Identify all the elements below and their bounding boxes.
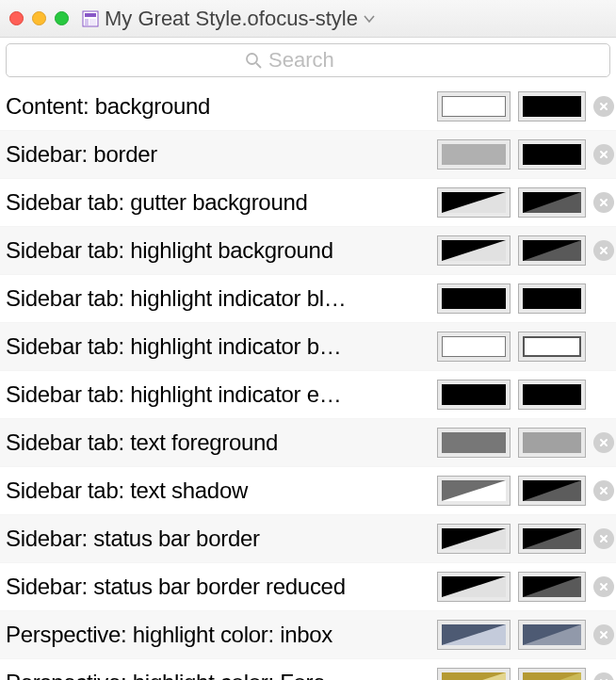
color-swatch[interactable] — [518, 332, 586, 362]
maximize-button[interactable] — [55, 11, 69, 25]
clear-placeholder — [593, 384, 614, 405]
clear-button[interactable] — [593, 672, 614, 680]
style-label: Sidebar tab: gutter background — [6, 189, 437, 216]
style-cells — [437, 380, 614, 410]
color-swatch[interactable] — [437, 91, 511, 121]
style-label: Perspective: highlight color: inbox — [6, 622, 437, 648]
color-swatch[interactable] — [437, 524, 511, 554]
style-label: Sidebar: border — [6, 141, 437, 168]
color-swatch[interactable] — [437, 668, 511, 680]
style-cells — [437, 283, 614, 314]
style-label: Sidebar tab: text shadow — [6, 478, 437, 504]
titlebar: My Great Style.ofocus-style — [0, 0, 616, 38]
style-label: Sidebar tab: highlight background — [6, 237, 437, 264]
svg-line-5 — [256, 63, 261, 68]
clear-button[interactable] — [593, 240, 614, 261]
color-swatch[interactable] — [518, 620, 586, 650]
style-row[interactable]: Sidebar: status bar border — [0, 515, 616, 563]
style-cells — [437, 524, 614, 554]
style-label: Sidebar tab: highlight indicator b… — [6, 333, 437, 360]
clear-button[interactable] — [593, 96, 614, 117]
color-swatch[interactable] — [437, 139, 511, 170]
style-cells — [437, 476, 614, 506]
style-row[interactable]: Sidebar tab: highlight indicator bl… — [0, 275, 616, 323]
style-cells — [437, 668, 614, 680]
svg-rect-2 — [85, 19, 89, 25]
clear-button[interactable] — [593, 192, 614, 213]
style-label: Perspective: highlight color: Fore… — [6, 670, 437, 680]
color-swatch[interactable] — [518, 283, 586, 314]
color-swatch[interactable] — [518, 235, 586, 266]
color-swatch[interactable] — [518, 476, 586, 506]
color-swatch[interactable] — [518, 139, 586, 170]
clear-button[interactable] — [593, 144, 614, 165]
style-row[interactable]: Sidebar: border — [0, 131, 616, 179]
color-swatch[interactable] — [518, 572, 586, 602]
style-row[interactable]: Sidebar tab: highlight indicator e… — [0, 371, 616, 419]
style-cells — [437, 332, 614, 362]
document-icon — [82, 10, 99, 27]
style-cells — [437, 620, 614, 650]
style-cells — [437, 235, 614, 266]
style-cells — [437, 139, 614, 170]
clear-button[interactable] — [593, 528, 614, 549]
style-cells — [437, 91, 614, 121]
search-container — [0, 38, 616, 83]
color-swatch[interactable] — [437, 332, 511, 362]
style-label: Sidebar tab: highlight indicator e… — [6, 381, 437, 408]
search-icon — [244, 51, 263, 70]
clear-placeholder — [593, 288, 614, 309]
style-row[interactable]: Sidebar tab: highlight background — [0, 227, 616, 275]
color-swatch[interactable] — [518, 380, 586, 410]
style-row[interactable]: Sidebar tab: text shadow — [0, 467, 616, 515]
search-input[interactable] — [268, 48, 372, 73]
svg-rect-3 — [89, 19, 96, 25]
color-swatch[interactable] — [437, 476, 511, 506]
color-swatch[interactable] — [437, 283, 511, 314]
style-label: Content: background — [6, 93, 437, 120]
close-button[interactable] — [9, 11, 24, 25]
style-row[interactable]: Content: background — [0, 83, 616, 131]
style-row[interactable]: Sidebar tab: text foreground — [0, 419, 616, 467]
style-row[interactable]: Perspective: highlight color: Fore… — [0, 659, 616, 680]
color-swatch[interactable] — [437, 187, 511, 218]
style-row[interactable]: Perspective: highlight color: inbox — [0, 611, 616, 659]
color-swatch[interactable] — [437, 428, 511, 458]
style-row[interactable]: Sidebar: status bar border reduced — [0, 563, 616, 611]
style-row[interactable]: Sidebar tab: highlight indicator b… — [0, 323, 616, 371]
color-swatch[interactable] — [437, 235, 511, 266]
style-cells — [437, 572, 614, 602]
search-field[interactable] — [6, 43, 610, 77]
clear-button[interactable] — [593, 624, 614, 645]
style-row[interactable]: Sidebar tab: gutter background — [0, 179, 616, 227]
svg-point-4 — [247, 54, 257, 64]
style-cells — [437, 428, 614, 458]
clear-button[interactable] — [593, 576, 614, 597]
traffic-lights — [9, 11, 69, 25]
color-swatch[interactable] — [518, 91, 586, 121]
color-swatch[interactable] — [437, 620, 511, 650]
style-label: Sidebar tab: text foreground — [6, 429, 437, 456]
color-swatch[interactable] — [518, 524, 586, 554]
chevron-down-icon[interactable] — [364, 14, 375, 24]
color-swatch[interactable] — [518, 428, 586, 458]
window-title: My Great Style.ofocus-style — [105, 7, 358, 31]
color-swatch[interactable] — [437, 380, 511, 410]
svg-rect-1 — [85, 13, 96, 17]
style-cells — [437, 187, 614, 218]
color-swatch[interactable] — [518, 668, 586, 680]
style-label: Sidebar: status bar border — [6, 526, 437, 552]
style-list: Content: backgroundSidebar: borderSideba… — [0, 83, 616, 680]
clear-button[interactable] — [593, 480, 614, 501]
style-label: Sidebar tab: highlight indicator bl… — [6, 285, 437, 312]
color-swatch[interactable] — [437, 572, 511, 602]
clear-button[interactable] — [593, 432, 614, 453]
clear-placeholder — [593, 336, 614, 357]
style-label: Sidebar: status bar border reduced — [6, 574, 437, 600]
color-swatch[interactable] — [518, 187, 586, 218]
minimize-button[interactable] — [32, 11, 46, 25]
